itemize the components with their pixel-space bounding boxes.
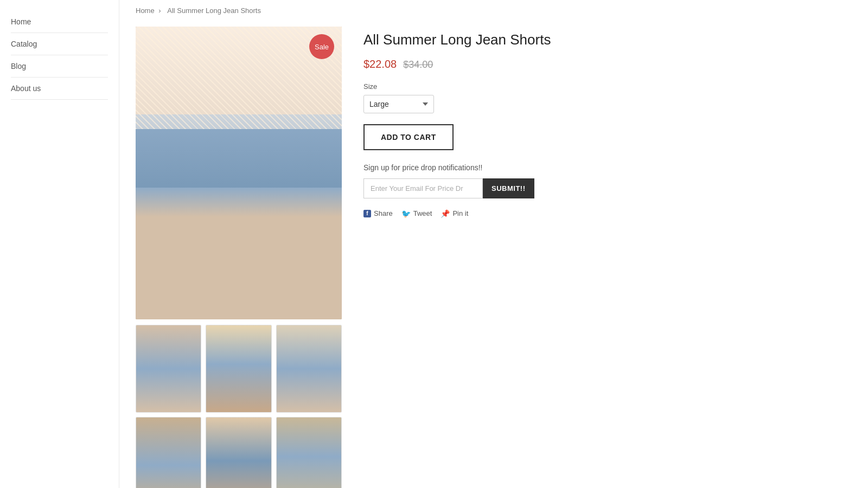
thumb-image-3	[277, 325, 341, 412]
thumbnail-4[interactable]	[136, 417, 201, 488]
price-drop-form: SUBMIT!!	[363, 178, 852, 198]
product-photo	[136, 27, 342, 319]
main-content: Home › All Summer Long Jean Shorts Sale	[119, 0, 868, 488]
share-pinterest-label: Pin it	[452, 209, 468, 217]
thumbnail-3[interactable]	[276, 325, 342, 413]
share-pinterest[interactable]: 📌 Pin it	[441, 209, 468, 218]
product-info: All Summer Long Jean Shorts $22.08 $34.0…	[363, 27, 852, 218]
twitter-icon: 🐦	[401, 209, 411, 218]
add-to-cart-button[interactable]: ADD TO CART	[363, 124, 454, 150]
main-product-image: Sale	[136, 27, 342, 319]
thumb-image-4	[136, 418, 201, 488]
breadcrumb-current: All Summer Long Jean Shorts	[167, 7, 261, 15]
size-select[interactable]: Small Medium Large X-Large	[363, 95, 434, 113]
breadcrumb-home[interactable]: Home	[136, 7, 155, 15]
price-row: $22.08 $34.00	[363, 58, 852, 70]
thumb-image-5	[206, 418, 271, 488]
social-share: f Share 🐦 Tweet 📌 Pin it	[363, 209, 852, 218]
share-facebook-label: Share	[374, 209, 393, 217]
submit-button[interactable]: SUBMIT!!	[483, 178, 534, 198]
thumbnail-1[interactable]	[136, 325, 201, 413]
thumbnail-6[interactable]	[276, 417, 342, 488]
images-section: Sale	[136, 27, 342, 488]
sidebar: Home Catalog Blog About us	[0, 0, 119, 488]
size-label: Size	[363, 82, 852, 91]
page-wrapper: Home Catalog Blog About us Home › All Su…	[0, 0, 868, 488]
share-twitter[interactable]: 🐦 Tweet	[401, 209, 432, 218]
sidebar-item-home[interactable]: Home	[11, 11, 108, 33]
original-price: $34.00	[403, 59, 433, 70]
thumbnail-2[interactable]	[206, 325, 271, 413]
thumbnail-grid	[136, 325, 342, 488]
sidebar-item-catalog[interactable]: Catalog	[11, 33, 108, 55]
thumb-image-2	[206, 325, 271, 412]
thumb-image-1	[136, 325, 201, 412]
sale-price: $22.08	[363, 58, 397, 70]
share-twitter-label: Tweet	[413, 209, 432, 217]
thumbnail-5[interactable]	[206, 417, 271, 488]
pinterest-icon: 📌	[441, 209, 450, 218]
sidebar-item-about[interactable]: About us	[11, 78, 108, 100]
sidebar-item-blog[interactable]: Blog	[11, 55, 108, 78]
product-title: All Summer Long Jean Shorts	[363, 31, 852, 49]
thumb-image-6	[277, 418, 341, 488]
breadcrumb-separator: ›	[158, 7, 161, 15]
product-layout: Sale	[136, 27, 852, 488]
breadcrumb: Home › All Summer Long Jean Shorts	[136, 0, 852, 21]
email-input[interactable]	[363, 178, 483, 198]
share-facebook[interactable]: f Share	[363, 209, 393, 217]
facebook-icon: f	[363, 210, 371, 217]
price-drop-label: Sign up for price drop notifications!!	[363, 163, 852, 172]
sale-badge: Sale	[309, 34, 334, 59]
sidebar-nav: Home Catalog Blog About us	[11, 11, 108, 100]
